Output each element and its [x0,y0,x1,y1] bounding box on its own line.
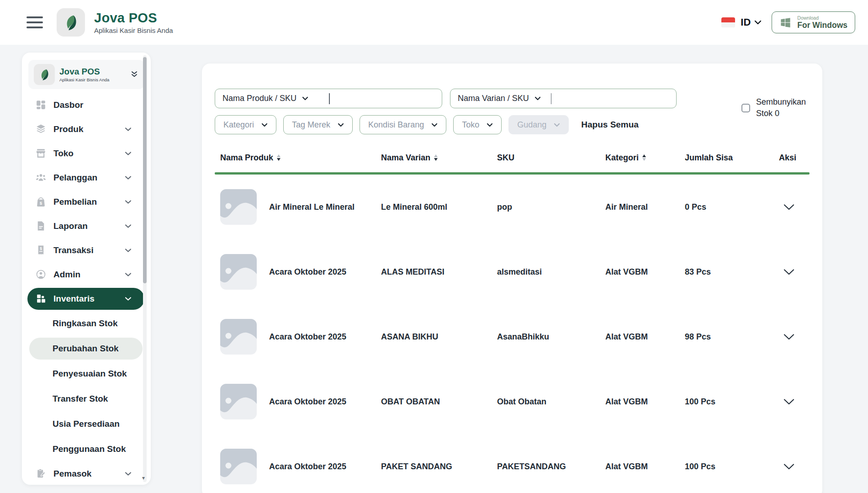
hide-zero-stock-control[interactable]: Sembunyikan Stok 0 [741,96,819,119]
product-sku-field-dropdown[interactable]: Nama Produk / SKU [222,94,308,103]
download-windows-button[interactable]: Download For Windows [772,11,855,33]
expand-row-button[interactable] [782,266,796,278]
dropdown-filter-row: Kategori Tag Merek Kondisi Barang Toko G… [215,115,639,134]
category-value: Alat VGBM [605,332,685,342]
receipt-icon: $ [35,244,47,256]
table-row: Acara Oktober 2025 OBAT OBATAN Obat Obat… [215,369,810,434]
chevron-down-icon [125,200,132,204]
column-header-nama-produk[interactable]: Nama Produk [215,153,381,163]
sidebar-scrollbar[interactable]: ▾ [143,55,147,482]
chevron-down-icon [125,472,132,476]
leaf-logo-icon [60,12,81,33]
sku-value: alsmeditasi [497,267,605,277]
column-header-kategori[interactable]: Kategori [605,153,685,163]
product-name: Acara Oktober 2025 [269,462,346,472]
sidebar-subitem-penggunaan-stok[interactable]: Penggunaan Stok [29,436,143,461]
sidebar-item-admin[interactable]: Admin [27,262,144,286]
sidebar-brand[interactable]: Jova POS Aplikasi Kasir Bisnis Anda [28,60,144,89]
sidebar-subitem-penyesuaian-stok[interactable]: Penyesuaian Stok [29,361,143,386]
product-sku-searchbox: Nama Produk / SKU [215,89,442,108]
image-placeholder-icon [220,384,257,419]
report-document-icon [35,220,47,232]
app-name: Jova POS [94,11,173,26]
sku-value: AsanaBhikku [497,332,605,342]
purchase-bag-icon: $ [35,196,47,208]
svg-text:$: $ [40,246,42,251]
sidebar-brand-text: Jova POS Aplikasi Kasir Bisnis Anda [59,67,130,82]
header-right: ID Download For Windows [721,11,855,33]
column-header-sku: SKU [497,153,605,163]
product-sku-field-label: Nama Produk / SKU [222,94,296,103]
product-name: Acara Oktober 2025 [269,267,346,277]
filter-dropdown-kondisi-barang[interactable]: Kondisi Barang [360,115,446,134]
image-placeholder-icon [220,449,257,484]
collapse-sidebar-icon[interactable] [130,70,139,79]
hide-zero-stock-checkbox[interactable] [741,104,750,112]
expand-row-button[interactable] [782,201,796,213]
sidebar-item-pembelian[interactable]: $ Pembelian [27,190,144,214]
leaf-logo-icon [37,67,52,82]
hide-zero-stock-label: Sembunyikan Stok 0 [756,96,819,119]
sidebar-subitem-transfer-stok[interactable]: Transfer Stok [29,386,143,411]
remaining-qty: 100 Pcs [685,397,779,407]
sidebar-scrollbar-thumb[interactable] [143,57,147,283]
chevron-down-icon [302,96,308,101]
product-sku-search-input[interactable] [330,94,435,103]
svg-text:$: $ [40,201,42,206]
variant-sku-field-dropdown[interactable]: Nama Varian / SKU [458,94,541,103]
chevron-down-icon [783,399,794,405]
expand-row-button[interactable] [782,396,796,408]
hamburger-menu-icon[interactable] [26,16,43,28]
variant-sku-search-input[interactable] [551,94,670,103]
expand-row-button[interactable] [782,461,796,472]
sidebar-item-inventaris[interactable]: Inventaris [27,288,144,310]
chevron-down-icon [125,127,132,131]
sidebar-item-dasbor[interactable]: Dasbor [27,93,144,117]
chevron-down-icon [554,123,560,127]
chevron-down-icon [783,334,794,340]
sort-arrows-icon [434,154,438,161]
sidebar-item-produk[interactable]: Produk [27,117,144,141]
image-placeholder-icon [220,189,257,225]
dashboard-icon [35,99,47,111]
sidebar-subitem-usia-persediaan[interactable]: Usia Persediaan [29,411,143,436]
category-value: Air Mineral [605,202,685,212]
chevron-down-icon [125,272,132,276]
download-eyebrow: Download [797,15,819,21]
variant-sku-field-label: Nama Varian / SKU [458,94,529,103]
expand-row-button[interactable] [782,331,796,343]
sku-value: Obat Obatan [497,397,605,407]
sidebar-item-pemasok[interactable]: Pemasok [27,461,144,486]
sidebar: Jova POS Aplikasi Kasir Bisnis Anda Dasb… [22,53,151,485]
scrollbar-down-arrow-icon[interactable]: ▾ [142,475,145,481]
remaining-qty: 100 Pcs [685,462,779,472]
app-tagline: Aplikasi Kasir Bisnis Anda [94,27,173,34]
category-value: Alat VGBM [605,397,685,407]
filter-dropdown-kategori[interactable]: Kategori [215,115,276,134]
image-placeholder-icon [220,254,257,290]
sidebar-subitem-perubahan-stok[interactable]: Perubahan Stok [29,338,143,360]
language-selector[interactable]: ID [741,16,751,28]
variant-name: ASANA BIKHU [381,332,497,342]
filter-dropdown-tag-merek[interactable]: Tag Merek [283,115,353,134]
variant-name: Le Mineral 600ml [381,202,497,212]
clear-all-button[interactable]: Hapus Semua [581,120,639,130]
sidebar-subitem-ringkasan-stok[interactable]: Ringkasan Stok [29,311,143,336]
indonesia-flag-icon[interactable] [721,17,735,27]
sidebar-item-pelanggan[interactable]: Pelanggan [27,165,144,190]
chevron-down-icon [783,269,794,275]
remaining-qty: 98 Pcs [685,332,779,342]
table-body: Air Mineral Le Mineral Le Mineral 600ml … [215,175,810,493]
sidebar-item-transaksi[interactable]: $ Transaksi [27,238,144,262]
table-row: Acara Oktober 2025 ALAS MEDITASI alsmedi… [215,239,810,304]
variant-name: OBAT OBATAN [381,397,497,407]
sidebar-item-laporan[interactable]: Laporan [27,214,144,238]
column-header-nama-varian[interactable]: Nama Varian [381,153,497,163]
sidebar-item-toko[interactable]: Toko [27,141,144,165]
table-row: Acara Oktober 2025 ASANA BIKHU AsanaBhik… [215,304,810,369]
table-row: Air Mineral Le Mineral Le Mineral 600ml … [215,175,810,239]
filter-dropdown-toko[interactable]: Toko [453,115,502,134]
product-box-icon [35,123,47,135]
page: Jova POS Aplikasi Kasir Bisnis Anda ID D… [0,0,868,493]
chevron-down-icon[interactable] [754,20,762,25]
